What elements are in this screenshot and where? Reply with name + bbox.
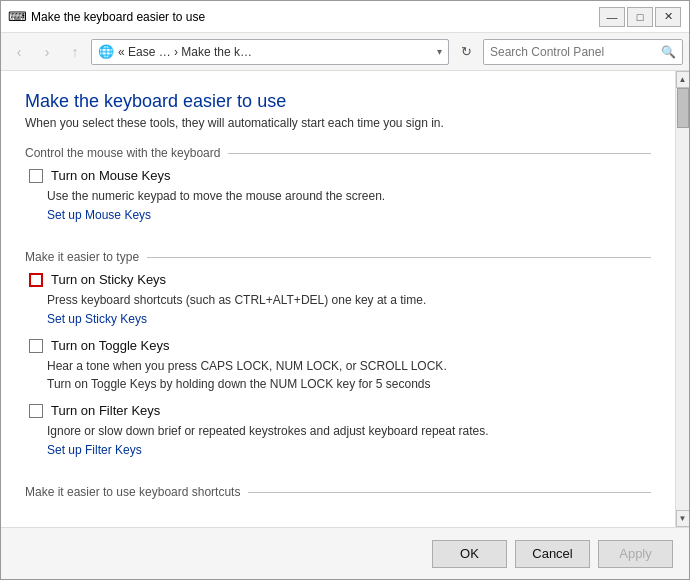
filter-keys-option: Turn on Filter Keys [25, 403, 651, 418]
scroll-down-button[interactable]: ▼ [676, 510, 690, 527]
scrollbar: ▲ ▼ [675, 71, 689, 527]
shortcuts-section-header: Make it easier to use keyboard shortcuts [25, 485, 651, 499]
toggle-keys-checkbox[interactable] [29, 339, 43, 353]
mouse-section: Control the mouse with the keyboard Turn… [25, 146, 651, 234]
search-input[interactable] [490, 45, 657, 59]
mouse-keys-desc: Use the numeric keypad to move the mouse… [47, 189, 651, 203]
mouse-section-header: Control the mouse with the keyboard [25, 146, 651, 160]
main-content: Make the keyboard easier to use When you… [1, 71, 675, 527]
window-title: Make the keyboard easier to use [31, 10, 599, 24]
filter-keys-checkbox[interactable] [29, 404, 43, 418]
page-title: Make the keyboard easier to use [25, 91, 651, 112]
title-bar: ⌨ Make the keyboard easier to use — □ ✕ [1, 1, 689, 33]
up-button[interactable]: ↑ [63, 40, 87, 64]
ok-button[interactable]: OK [432, 540, 507, 568]
title-bar-buttons: — □ ✕ [599, 7, 681, 27]
sticky-keys-label: Turn on Sticky Keys [51, 272, 166, 287]
type-section-header: Make it easier to type [25, 250, 651, 264]
search-icon: 🔍 [661, 45, 676, 59]
toggle-keys-sub-desc: Turn on Toggle Keys by holding down the … [47, 377, 651, 391]
apply-button[interactable]: Apply [598, 540, 673, 568]
refresh-button[interactable]: ↻ [453, 39, 479, 65]
main-window: ⌨ Make the keyboard easier to use — □ ✕ … [0, 0, 690, 580]
minimize-button[interactable]: — [599, 7, 625, 27]
type-section: Make it easier to type Turn on Sticky Ke… [25, 250, 651, 469]
setup-filter-keys-link[interactable]: Set up Filter Keys [47, 443, 142, 457]
address-text: « Ease … › Make the k… [118, 45, 433, 59]
address-dropdown-icon: ▾ [437, 46, 442, 57]
setup-mouse-keys-link[interactable]: Set up Mouse Keys [47, 208, 151, 222]
window-icon: ⌨ [9, 9, 25, 25]
toggle-keys-option: Turn on Toggle Keys [25, 338, 651, 353]
cancel-button[interactable]: Cancel [515, 540, 590, 568]
back-button[interactable]: ‹ [7, 40, 31, 64]
address-icon: 🌐 [98, 44, 114, 59]
sticky-keys-desc: Press keyboard shortcuts (such as CTRL+A… [47, 293, 651, 307]
filter-keys-desc: Ignore or slow down brief or repeated ke… [47, 424, 651, 438]
toggle-keys-desc: Hear a tone when you press CAPS LOCK, NU… [47, 359, 651, 373]
scroll-track [676, 88, 689, 510]
scroll-thumb[interactable] [677, 88, 689, 128]
search-bar[interactable]: 🔍 [483, 39, 683, 65]
forward-button[interactable]: › [35, 40, 59, 64]
mouse-keys-label: Turn on Mouse Keys [51, 168, 170, 183]
address-bar[interactable]: 🌐 « Ease … › Make the k… ▾ [91, 39, 449, 65]
filter-keys-label: Turn on Filter Keys [51, 403, 160, 418]
maximize-button[interactable]: □ [627, 7, 653, 27]
mouse-keys-option: Turn on Mouse Keys [25, 168, 651, 183]
content-area: Make the keyboard easier to use When you… [1, 71, 689, 527]
shortcuts-section: Make it easier to use keyboard shortcuts [25, 485, 651, 499]
scroll-up-button[interactable]: ▲ [676, 71, 690, 88]
sticky-keys-option: Turn on Sticky Keys [25, 272, 651, 287]
sticky-keys-checkbox[interactable] [29, 273, 43, 287]
nav-bar: ‹ › ↑ 🌐 « Ease … › Make the k… ▾ ↻ 🔍 [1, 33, 689, 71]
page-subtitle: When you select these tools, they will a… [25, 116, 651, 130]
close-button[interactable]: ✕ [655, 7, 681, 27]
mouse-keys-checkbox[interactable] [29, 169, 43, 183]
button-bar: OK Cancel Apply [1, 527, 689, 579]
setup-sticky-keys-link[interactable]: Set up Sticky Keys [47, 312, 147, 326]
toggle-keys-label: Turn on Toggle Keys [51, 338, 170, 353]
